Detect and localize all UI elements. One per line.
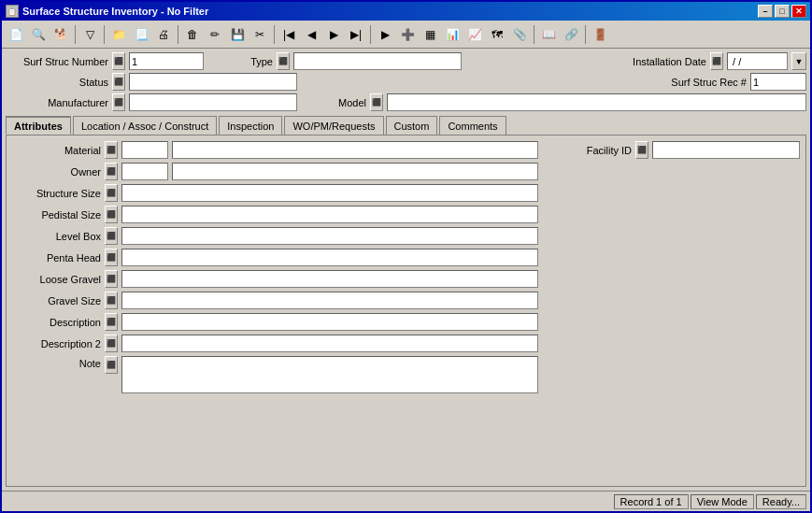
status-label: Status — [6, 77, 108, 88]
manufacturer-label: Manufacturer — [6, 97, 108, 108]
description-picker[interactable]: ⬛ — [105, 313, 118, 331]
cut-button[interactable]: ✂ — [249, 24, 270, 45]
pedistal-size-picker[interactable]: ⬛ — [105, 206, 118, 223]
last-button[interactable]: ▶| — [346, 24, 366, 45]
loose-gravel-input[interactable] — [121, 270, 538, 288]
folder-button[interactable]: 📁 — [108, 24, 129, 45]
report-button[interactable]: 📊 — [442, 24, 463, 45]
main-content: Surf Struc Number ⬛ Type ⬛ Installation … — [2, 49, 810, 491]
level-box-input[interactable] — [121, 227, 538, 245]
pedistal-size-label: Pedistal Size — [12, 209, 101, 221]
manufacturer-input[interactable] — [129, 93, 297, 111]
new-button[interactable]: 📄 — [6, 24, 26, 45]
attr-row-penta-head: Penta Head ⬛ — [12, 249, 538, 266]
type-label: Type — [226, 56, 273, 67]
gravel-size-input[interactable] — [121, 292, 538, 309]
installation-date-dropdown[interactable]: ▼ — [791, 52, 806, 70]
type-input[interactable] — [293, 52, 462, 70]
status-picker[interactable]: ⬛ — [112, 73, 125, 91]
tab-comments[interactable]: Comments — [439, 116, 506, 135]
dog-button[interactable]: 🐕 — [50, 24, 71, 45]
material-picker[interactable]: ⬛ — [105, 141, 118, 159]
save-button[interactable]: 💾 — [227, 24, 248, 45]
model-input[interactable] — [387, 93, 806, 111]
owner-input-code[interactable] — [121, 163, 168, 180]
attr-row-pedistal-size: Pedistal Size ⬛ — [12, 206, 538, 223]
tab-location[interactable]: Location / Assoc / Construct — [73, 116, 217, 135]
next-button[interactable]: ▶ — [323, 24, 344, 45]
map-button[interactable]: 🗺 — [487, 24, 507, 45]
book-button[interactable]: 📖 — [538, 24, 559, 45]
note-label: Note — [12, 356, 101, 369]
attach-button[interactable]: 📎 — [509, 24, 530, 45]
prev-button[interactable]: ◀ — [301, 24, 321, 45]
sep7 — [585, 25, 586, 44]
owner-picker[interactable]: ⬛ — [105, 163, 118, 180]
filter-button[interactable]: ▽ — [79, 24, 100, 45]
gravel-size-picker[interactable]: ⬛ — [105, 292, 118, 309]
facility-id-picker[interactable]: ⬛ — [635, 141, 648, 159]
attr-row-material: Material ⬛ — [12, 141, 538, 159]
attributes-left: Material ⬛ Owner ⬛ Structure Siz — [12, 141, 538, 480]
model-picker[interactable]: ⬛ — [370, 93, 383, 111]
tab-inspection[interactable]: Inspection — [219, 116, 282, 135]
edit-button[interactable]: ✏ — [205, 24, 225, 45]
installation-date-picker[interactable]: ⬛ — [710, 52, 723, 70]
loose-gravel-picker[interactable]: ⬛ — [105, 270, 118, 288]
tab-wo-pm[interactable]: WO/PM/Requests — [284, 116, 383, 135]
material-input-code[interactable] — [121, 141, 168, 159]
delete-button[interactable]: 🗑 — [182, 24, 203, 45]
facility-id-label: Facility ID — [557, 145, 632, 156]
surf-struc-rec-label: Surf Struc Rec # — [644, 77, 747, 88]
installation-date-input[interactable] — [727, 52, 788, 70]
status-input[interactable] — [129, 73, 297, 91]
tab-attributes[interactable]: Attributes — [6, 116, 71, 135]
description2-input[interactable] — [121, 335, 538, 352]
minimize-button[interactable]: – — [758, 5, 773, 18]
row-manufacturer: Manufacturer ⬛ Model ⬛ — [6, 93, 806, 111]
first-button[interactable]: |◀ — [278, 24, 299, 45]
close2-button[interactable]: 🚪 — [590, 24, 610, 45]
maximize-button[interactable]: □ — [775, 5, 790, 18]
close-button[interactable]: ✕ — [791, 5, 806, 18]
surf-struc-number-input[interactable] — [129, 52, 204, 70]
description2-picker[interactable]: ⬛ — [105, 335, 118, 352]
attr-row-structure-size: Structure Size ⬛ — [12, 184, 538, 202]
attr-row-note: Note ⬛ — [12, 356, 538, 393]
link-button[interactable]: 🔗 — [561, 24, 581, 45]
material-input-desc[interactable] — [172, 141, 538, 159]
structure-size-picker[interactable]: ⬛ — [105, 184, 118, 202]
facility-id-input[interactable] — [652, 141, 800, 159]
add-button[interactable]: ➕ — [397, 24, 418, 45]
structure-size-label: Structure Size — [12, 188, 101, 199]
penta-head-picker[interactable]: ⬛ — [105, 249, 118, 266]
nav1-button[interactable]: ▶ — [375, 24, 395, 45]
model-label: Model — [310, 97, 366, 108]
attr-row-description2: Description 2 ⬛ — [12, 335, 538, 352]
page-button[interactable]: 📃 — [131, 24, 151, 45]
installation-date-label: Installation Date — [613, 56, 706, 67]
pedistal-size-input[interactable] — [121, 206, 538, 223]
manufacturer-picker[interactable]: ⬛ — [112, 93, 125, 111]
app-icon: 📋 — [6, 5, 19, 18]
sep4 — [274, 25, 275, 44]
note-picker[interactable]: ⬛ — [105, 356, 118, 374]
surf-struc-rec-input[interactable] — [750, 73, 806, 91]
penta-head-input[interactable] — [121, 249, 538, 266]
structure-size-input[interactable] — [121, 184, 538, 202]
chart-button[interactable]: 📈 — [464, 24, 485, 45]
description-input[interactable] — [121, 313, 538, 331]
owner-input-desc[interactable] — [172, 163, 538, 180]
tab-custom[interactable]: Custom — [386, 116, 438, 135]
sep2 — [104, 25, 105, 44]
level-box-picker[interactable]: ⬛ — [105, 227, 118, 245]
gravel-size-label: Gravel Size — [12, 295, 101, 306]
print-button[interactable]: 🖨 — [153, 24, 174, 45]
grid-button[interactable]: ▦ — [420, 24, 440, 45]
sep5 — [370, 25, 371, 44]
note-textarea[interactable] — [121, 356, 538, 393]
surf-struc-number-label: Surf Struc Number — [6, 56, 108, 67]
surf-struc-number-picker[interactable]: ⬛ — [112, 52, 125, 70]
open-button[interactable]: 🔍 — [28, 24, 49, 45]
type-picker[interactable]: ⬛ — [277, 52, 290, 70]
